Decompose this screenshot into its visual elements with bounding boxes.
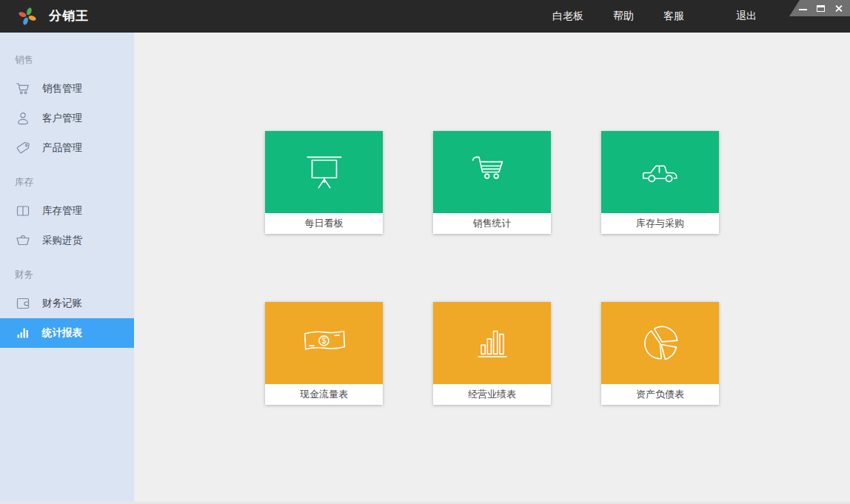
- tag-icon: [15, 140, 31, 156]
- maximize-icon[interactable]: [817, 5, 825, 12]
- tile-inventory-and-procurement[interactable]: 库存与采购: [601, 131, 719, 234]
- sidebar-item-product-management[interactable]: 产品管理: [0, 133, 134, 163]
- open-book-icon: [15, 203, 31, 219]
- sidebar-item-customer-management[interactable]: 客户管理: [0, 104, 134, 133]
- sidebar-item-statistics-reports[interactable]: 统计报表: [0, 318, 134, 348]
- sidebar-item-label: 产品管理: [42, 141, 82, 155]
- top-menu: 白老板 帮助 客服 退出: [552, 0, 757, 33]
- tile-icon-area: $: [265, 302, 383, 384]
- tile-label: 每日看板: [265, 213, 383, 234]
- tile-sales-statistics[interactable]: 销售统计: [433, 131, 551, 234]
- tile-icon-area: [433, 131, 551, 213]
- sidebar-item-label: 财务记账: [42, 297, 82, 310]
- tile-balance-sheet[interactable]: 资产负债表: [601, 302, 719, 405]
- window-controls: [789, 0, 850, 16]
- tile-icon-area: [433, 302, 551, 384]
- menu-item-exit[interactable]: 退出: [736, 10, 757, 23]
- tile-icon-area: [601, 302, 719, 384]
- sidebar-item-purchasing[interactable]: 采购进货: [0, 226, 134, 255]
- tile-cash-flow-statement[interactable]: $ 现金流量表: [265, 302, 383, 405]
- sidebar-item-label: 库存管理: [42, 204, 82, 218]
- menu-item-boss[interactable]: 白老板: [552, 10, 583, 23]
- minimize-icon[interactable]: [799, 9, 807, 10]
- presentation-board-icon: [300, 151, 349, 194]
- tile-label: 经营业绩表: [433, 384, 551, 405]
- sidebar-item-label: 客户管理: [42, 112, 82, 125]
- main-content: 每日看板 销售统计: [134, 33, 850, 502]
- bar-chart-icon: [15, 325, 31, 341]
- sidebar-section-inventory: 库存: [15, 176, 134, 188]
- sidebar-item-sales-management[interactable]: 销售管理: [0, 74, 134, 104]
- menu-item-help[interactable]: 帮助: [613, 10, 634, 23]
- tile-label: 库存与采购: [601, 213, 719, 234]
- sidebar: 销售 销售管理 客户管理 产品管理 库存 库存管理: [0, 33, 134, 502]
- tile-icon-area: [601, 131, 719, 213]
- user-icon: [15, 110, 31, 127]
- pie-chart-icon: [636, 322, 685, 365]
- basket-icon: [15, 232, 31, 249]
- tile-label: 现金流量表: [265, 384, 383, 405]
- tile-grid: 每日看板 销售统计: [265, 131, 719, 405]
- sidebar-section-sales: 销售: [15, 54, 134, 66]
- tile-label: 销售统计: [433, 213, 551, 234]
- car-icon: [636, 151, 685, 194]
- bars-chart-icon: [468, 322, 517, 365]
- sidebar-item-label: 采购进货: [42, 234, 82, 247]
- sidebar-item-inventory-management[interactable]: 库存管理: [0, 196, 134, 226]
- app-window: 分销王 白老板 帮助 客服 退出 销售 销售管理 客户管理: [0, 0, 850, 504]
- menu-item-support[interactable]: 客服: [663, 10, 684, 23]
- money-bill-icon: $: [300, 322, 349, 365]
- sidebar-item-label: 统计报表: [42, 326, 82, 340]
- tile-label: 资产负债表: [601, 384, 719, 405]
- app-logo-pinwheel-icon: [16, 5, 39, 27]
- tile-daily-dashboard[interactable]: 每日看板: [265, 131, 383, 234]
- sidebar-section-finance: 财务: [15, 269, 134, 280]
- tile-operating-performance[interactable]: 经营业绩表: [433, 302, 551, 405]
- app-title: 分销王: [49, 0, 89, 33]
- sidebar-item-bookkeeping[interactable]: 财务记账: [0, 289, 134, 318]
- close-icon[interactable]: [834, 4, 843, 13]
- sidebar-item-label: 销售管理: [42, 82, 82, 95]
- tile-icon-area: [265, 131, 383, 213]
- cart-icon: [15, 81, 31, 97]
- svg-text:$: $: [321, 336, 326, 345]
- title-bar: 分销王 白老板 帮助 客服 退出: [0, 0, 850, 33]
- shopping-cart-icon: [468, 151, 517, 194]
- wallet-icon: [15, 295, 31, 312]
